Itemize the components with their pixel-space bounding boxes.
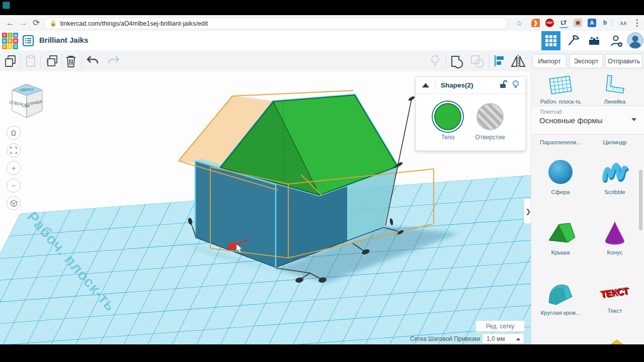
tile-workplane[interactable]: Рабоч. плоск-ть [535, 73, 586, 105]
library-dropdown[interactable]: Tinkercad Основные формы [531, 106, 644, 135]
duplicate-icon[interactable] [44, 54, 57, 67]
user-avatar[interactable] [627, 32, 643, 49]
snap-caret-icon [516, 338, 520, 340]
toolbar-separator [612, 19, 612, 27]
https-lock-icon: 🔒 [50, 20, 57, 27]
dropdown-caret-icon [631, 118, 636, 121]
edit-grid-button[interactable]: Ред. сетку [475, 320, 525, 332]
design-list-icon[interactable] [22, 35, 34, 49]
undo-icon[interactable] [86, 54, 99, 67]
body-shape-chip[interactable]: Тело [430, 103, 465, 141]
view-cube[interactable]: СВЕРХУ СПЕРЕДИ СПРАВА [8, 80, 45, 123]
zoom-in-button[interactable]: ＋ [7, 161, 21, 175]
round-roof-label: Круглая кров... [535, 310, 586, 316]
extension-b-icon[interactable]: b [601, 19, 609, 27]
text-shape-glyph: ТЕКСТ [600, 285, 629, 300]
page-url[interactable]: tinkercad.com/things/aO4mlbe1sej-brillia… [60, 20, 208, 27]
shape-sphere[interactable]: Сфера [535, 158, 586, 195]
video-letterbox-top [0, 0, 644, 15]
shape-scribble[interactable]: Scribble [590, 158, 640, 195]
unlock-icon[interactable] [499, 80, 507, 90]
view-cube-top-label[interactable]: СВЕРХУ [20, 87, 34, 92]
shapes-panel-title: Shapes(2) [441, 81, 499, 89]
hole-chip-label: Отверстие [472, 134, 508, 141]
bookmark-star-icon[interactable]: ☆ [514, 18, 524, 28]
cone-icon [590, 218, 640, 249]
extension-doc-icon[interactable]: ❱ [531, 19, 540, 27]
roof-icon [535, 218, 586, 249]
shapes-lightbulb-icon[interactable] [512, 80, 519, 91]
shapes-panel-header: Shapes(2) [416, 77, 525, 94]
mirror-flip-icon[interactable] [510, 54, 523, 67]
body-chip-label: Тело [430, 134, 465, 141]
delete-trash-icon[interactable] [64, 54, 77, 67]
tile-ruler[interactable]: Линейка [590, 73, 640, 105]
lightbulb-toolbar-icon[interactable] [429, 54, 442, 67]
snap-grid-label: Сетка Шаговой Привязки [410, 335, 480, 342]
cone-label: Конус [590, 249, 640, 255]
library-category: Основные формы [539, 116, 602, 125]
dashboard-grid-button[interactable] [541, 31, 560, 50]
browser-back-icon[interactable]: ← [5, 18, 15, 28]
invite-person-button[interactable] [607, 31, 626, 50]
toolbar-separator [446, 53, 446, 68]
shape-cylinder-label[interactable]: Цилиндр [590, 139, 640, 145]
extension-abp-icon[interactable]: ABP [545, 19, 554, 27]
send-button[interactable]: Отправить [605, 54, 642, 68]
round-roof-icon [535, 279, 586, 310]
group-icon[interactable] [450, 54, 463, 67]
workplane-tile-label: Рабоч. плоск-ть [535, 99, 586, 105]
zoom-out-button[interactable]: － [7, 178, 21, 193]
hole-pattern-swatch[interactable] [476, 103, 504, 130]
minecraft-pickaxe-button[interactable] [564, 31, 583, 50]
align-icon[interactable] [493, 54, 506, 67]
snap-grid-select[interactable]: 1,0 мм [482, 333, 524, 344]
hole-shape-chip[interactable]: Отверстие [472, 103, 508, 141]
fit-view-button[interactable] [7, 143, 21, 157]
shape-round-roof[interactable]: Круглая кров... [535, 279, 586, 316]
shape-box-label[interactable]: Параллелепи... [535, 139, 586, 145]
selection-shapes-panel: Shapes(2) Тело Отверстие [416, 76, 526, 151]
body-color-swatch[interactable] [434, 103, 461, 130]
extension-lt-icon[interactable]: LT [559, 19, 568, 28]
tinkercad-logo[interactable]: T I N K E R C A D [2, 33, 18, 49]
address-bar[interactable]: 🔒 tinkercad.com/things/aO4mlbe1sej-brill… [44, 18, 507, 29]
browser-reload-icon[interactable]: ⟳ [31, 18, 41, 28]
copy-icon[interactable] [4, 54, 17, 67]
toolbar-separator [82, 53, 82, 68]
toolbar-separator [40, 53, 41, 68]
shape-cone[interactable]: Конус [590, 218, 640, 255]
paste-icon[interactable] [24, 54, 37, 67]
shape-roof[interactable]: Крыша [535, 218, 586, 255]
ruler-tile-label: Линейка [590, 99, 640, 105]
sphere-icon [535, 158, 586, 189]
import-button[interactable]: Импорт [532, 54, 567, 68]
design-title[interactable]: Brilliant Jaiks [39, 36, 89, 44]
video-letterbox-bottom [0, 344, 644, 362]
scribble-label: Scribble [590, 189, 640, 195]
extension-a-icon[interactable]: A [588, 19, 596, 27]
panel-scrollbar[interactable] [639, 170, 642, 230]
tinkercad-window: ← → ⟳ 🔒 tinkercad.com/things/aO4mlbe1sej… [0, 0, 644, 362]
export-button[interactable]: Экспорт [569, 54, 603, 68]
extension-photos-icon[interactable]: ▣ [574, 19, 582, 27]
redo-icon[interactable] [107, 54, 120, 67]
collapse-triangle-icon[interactable] [422, 83, 429, 87]
snap-grid-value: 1,0 мм [487, 335, 505, 342]
shape-text[interactable]: ТЕКСТТЕКСТ Текст [590, 279, 640, 314]
text-label: Текст [590, 308, 640, 314]
ungroup-icon[interactable] [470, 54, 483, 67]
home-view-button[interactable] [7, 126, 21, 140]
sphere-label: Сфера [535, 189, 586, 195]
bricks-button[interactable] [585, 31, 604, 50]
next-shape-partial-icon[interactable] [607, 340, 627, 344]
ruler-tile-icon [590, 73, 640, 99]
profile-peaks-icon[interactable]: ∧∧ [618, 18, 628, 28]
browser-forward-icon[interactable]: → [18, 18, 28, 28]
perspective-toggle-button[interactable] [7, 196, 21, 210]
scribble-icon [590, 158, 640, 189]
toolbar-separator [20, 53, 21, 68]
workplane-tile-icon [535, 73, 586, 99]
browser-menu-kebab-icon[interactable]: ⋮ [632, 18, 642, 28]
roof-label: Крыша [535, 249, 586, 255]
